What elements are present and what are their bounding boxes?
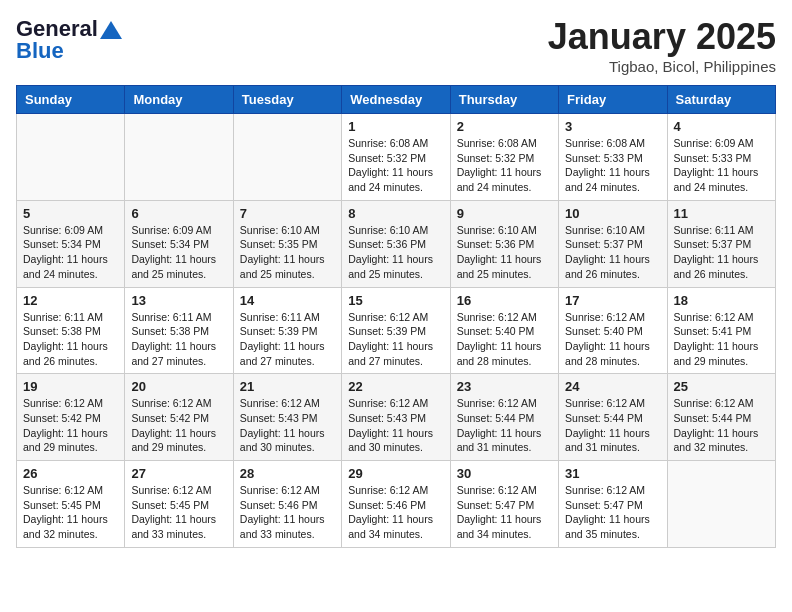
day-content: Sunrise: 6:12 AMSunset: 5:42 PMDaylight:… — [23, 396, 118, 455]
day-number: 22 — [348, 379, 443, 394]
day-content: Sunrise: 6:09 AMSunset: 5:33 PMDaylight:… — [674, 136, 769, 195]
day-number: 1 — [348, 119, 443, 134]
day-info-line: Sunrise: 6:11 AM — [674, 224, 754, 236]
calendar-header-row: SundayMondayTuesdayWednesdayThursdayFrid… — [17, 86, 776, 114]
day-info-line: Sunset: 5:39 PM — [240, 325, 318, 337]
day-number: 5 — [23, 206, 118, 221]
day-info-line: Sunset: 5:44 PM — [565, 412, 643, 424]
day-info-line: Daylight: 11 hours and 29 minutes. — [674, 340, 759, 367]
day-info-line: Daylight: 11 hours and 26 minutes. — [23, 340, 108, 367]
day-number: 17 — [565, 293, 660, 308]
day-info-line: Daylight: 11 hours and 24 minutes. — [457, 166, 542, 193]
day-info-line: Daylight: 11 hours and 29 minutes. — [23, 427, 108, 454]
day-info-line: Daylight: 11 hours and 33 minutes. — [240, 513, 325, 540]
day-info-line: Sunrise: 6:12 AM — [565, 311, 645, 323]
day-info-line: Sunrise: 6:12 AM — [240, 484, 320, 496]
day-number: 3 — [565, 119, 660, 134]
day-info-line: Sunrise: 6:12 AM — [23, 484, 103, 496]
day-info-line: Sunset: 5:32 PM — [457, 152, 535, 164]
calendar-day-header: Monday — [125, 86, 233, 114]
day-number: 28 — [240, 466, 335, 481]
day-info-line: Daylight: 11 hours and 29 minutes. — [131, 427, 216, 454]
day-number: 12 — [23, 293, 118, 308]
day-number: 11 — [674, 206, 769, 221]
day-info-line: Daylight: 11 hours and 32 minutes. — [23, 513, 108, 540]
day-number: 30 — [457, 466, 552, 481]
calendar-cell: 10Sunrise: 6:10 AMSunset: 5:37 PMDayligh… — [559, 200, 667, 287]
logo-blue-text: Blue — [16, 38, 64, 64]
day-info-line: Sunset: 5:46 PM — [240, 499, 318, 511]
calendar-day-header: Thursday — [450, 86, 558, 114]
day-content: Sunrise: 6:12 AMSunset: 5:44 PMDaylight:… — [674, 396, 769, 455]
day-info-line: Sunrise: 6:11 AM — [240, 311, 320, 323]
day-number: 21 — [240, 379, 335, 394]
calendar-week-row: 19Sunrise: 6:12 AMSunset: 5:42 PMDayligh… — [17, 374, 776, 461]
day-content: Sunrise: 6:12 AMSunset: 5:41 PMDaylight:… — [674, 310, 769, 369]
day-content: Sunrise: 6:12 AMSunset: 5:46 PMDaylight:… — [348, 483, 443, 542]
day-info-line: Sunset: 5:41 PM — [674, 325, 752, 337]
location-title: Tigbao, Bicol, Philippines — [548, 58, 776, 75]
calendar-week-row: 5Sunrise: 6:09 AMSunset: 5:34 PMDaylight… — [17, 200, 776, 287]
day-info-line: Daylight: 11 hours and 30 minutes. — [240, 427, 325, 454]
day-info-line: Daylight: 11 hours and 24 minutes. — [565, 166, 650, 193]
day-content: Sunrise: 6:11 AMSunset: 5:38 PMDaylight:… — [23, 310, 118, 369]
day-info-line: Daylight: 11 hours and 27 minutes. — [240, 340, 325, 367]
day-info-line: Sunrise: 6:12 AM — [674, 397, 754, 409]
calendar-cell: 11Sunrise: 6:11 AMSunset: 5:37 PMDayligh… — [667, 200, 775, 287]
calendar-cell — [17, 114, 125, 201]
day-content: Sunrise: 6:08 AMSunset: 5:33 PMDaylight:… — [565, 136, 660, 195]
calendar-week-row: 12Sunrise: 6:11 AMSunset: 5:38 PMDayligh… — [17, 287, 776, 374]
day-number: 20 — [131, 379, 226, 394]
day-number: 19 — [23, 379, 118, 394]
day-content: Sunrise: 6:08 AMSunset: 5:32 PMDaylight:… — [457, 136, 552, 195]
day-number: 14 — [240, 293, 335, 308]
calendar-cell: 18Sunrise: 6:12 AMSunset: 5:41 PMDayligh… — [667, 287, 775, 374]
calendar-cell: 9Sunrise: 6:10 AMSunset: 5:36 PMDaylight… — [450, 200, 558, 287]
day-number: 13 — [131, 293, 226, 308]
title-block: January 2025 Tigbao, Bicol, Philippines — [548, 16, 776, 75]
day-info-line: Sunset: 5:39 PM — [348, 325, 426, 337]
calendar-cell: 6Sunrise: 6:09 AMSunset: 5:34 PMDaylight… — [125, 200, 233, 287]
day-info-line: Sunset: 5:38 PM — [131, 325, 209, 337]
day-info-line: Sunrise: 6:10 AM — [348, 224, 428, 236]
calendar-cell: 26Sunrise: 6:12 AMSunset: 5:45 PMDayligh… — [17, 461, 125, 548]
day-info-line: Sunrise: 6:12 AM — [674, 311, 754, 323]
calendar-cell: 14Sunrise: 6:11 AMSunset: 5:39 PMDayligh… — [233, 287, 341, 374]
day-info-line: Sunset: 5:43 PM — [240, 412, 318, 424]
day-content: Sunrise: 6:11 AMSunset: 5:39 PMDaylight:… — [240, 310, 335, 369]
day-number: 6 — [131, 206, 226, 221]
calendar-cell: 1Sunrise: 6:08 AMSunset: 5:32 PMDaylight… — [342, 114, 450, 201]
day-info-line: Daylight: 11 hours and 33 minutes. — [131, 513, 216, 540]
day-info-line: Daylight: 11 hours and 25 minutes. — [457, 253, 542, 280]
calendar-week-row: 1Sunrise: 6:08 AMSunset: 5:32 PMDaylight… — [17, 114, 776, 201]
day-content: Sunrise: 6:08 AMSunset: 5:32 PMDaylight:… — [348, 136, 443, 195]
day-number: 26 — [23, 466, 118, 481]
day-info-line: Daylight: 11 hours and 35 minutes. — [565, 513, 650, 540]
day-info-line: Daylight: 11 hours and 30 minutes. — [348, 427, 433, 454]
day-info-line: Sunrise: 6:08 AM — [348, 137, 428, 149]
day-info-line: Sunrise: 6:12 AM — [348, 484, 428, 496]
day-content: Sunrise: 6:12 AMSunset: 5:43 PMDaylight:… — [240, 396, 335, 455]
calendar-cell: 30Sunrise: 6:12 AMSunset: 5:47 PMDayligh… — [450, 461, 558, 548]
calendar-cell: 25Sunrise: 6:12 AMSunset: 5:44 PMDayligh… — [667, 374, 775, 461]
day-number: 2 — [457, 119, 552, 134]
day-info-line: Sunrise: 6:09 AM — [23, 224, 103, 236]
day-content: Sunrise: 6:12 AMSunset: 5:40 PMDaylight:… — [457, 310, 552, 369]
day-info-line: Sunset: 5:33 PM — [565, 152, 643, 164]
day-content: Sunrise: 6:10 AMSunset: 5:36 PMDaylight:… — [457, 223, 552, 282]
day-info-line: Sunrise: 6:12 AM — [457, 311, 537, 323]
day-number: 31 — [565, 466, 660, 481]
day-info-line: Sunset: 5:37 PM — [674, 238, 752, 250]
day-content: Sunrise: 6:12 AMSunset: 5:47 PMDaylight:… — [565, 483, 660, 542]
calendar-cell — [233, 114, 341, 201]
calendar-cell — [667, 461, 775, 548]
calendar-cell: 7Sunrise: 6:10 AMSunset: 5:35 PMDaylight… — [233, 200, 341, 287]
day-info-line: Sunrise: 6:12 AM — [23, 397, 103, 409]
calendar-cell: 20Sunrise: 6:12 AMSunset: 5:42 PMDayligh… — [125, 374, 233, 461]
page-header: General Blue January 2025 Tigbao, Bicol,… — [16, 16, 776, 75]
day-info-line: Sunset: 5:35 PM — [240, 238, 318, 250]
day-number: 4 — [674, 119, 769, 134]
day-info-line: Sunset: 5:40 PM — [457, 325, 535, 337]
day-info-line: Sunrise: 6:08 AM — [457, 137, 537, 149]
month-title: January 2025 — [548, 16, 776, 58]
